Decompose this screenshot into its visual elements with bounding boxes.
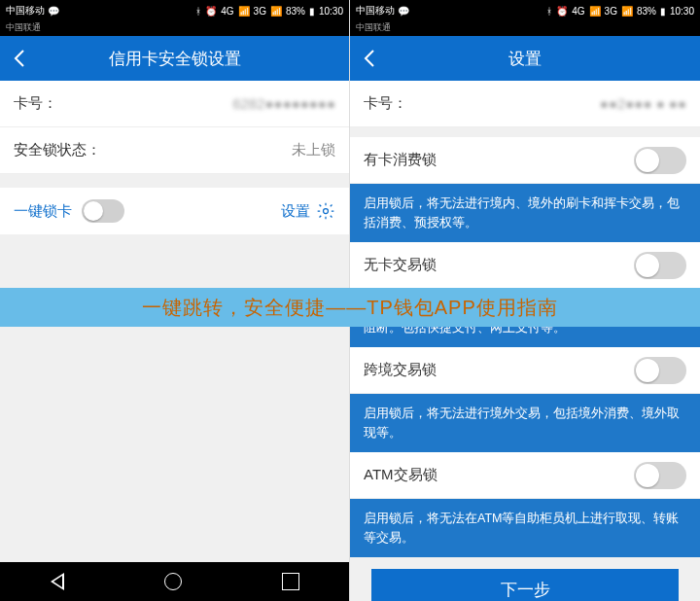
page-title: 设置	[508, 48, 542, 70]
nav-recent[interactable]	[282, 573, 299, 590]
section-hint: 启用锁后，将无法在ATM等自助柜员机上进行取现、转账等交易。	[350, 499, 700, 557]
carrier-label: 中国移动	[6, 4, 45, 18]
back-button[interactable]	[0, 36, 39, 81]
lock-status-row: 安全锁状态： 未上锁	[0, 127, 349, 174]
app-header: 信用卡安全锁设置	[0, 36, 349, 81]
card-number-row: 卡号： 6282●●●●●●●●	[0, 81, 349, 127]
section-gap	[350, 127, 700, 137]
overlay-banner: 一键跳转，安全便捷——TP钱包APP使用指南	[0, 288, 700, 327]
lock-toggle[interactable]	[634, 252, 686, 279]
one-click-lock-label: 一键锁卡	[14, 202, 72, 221]
section-gap	[0, 174, 349, 188]
wechat-icon: 💬	[398, 6, 409, 17]
section-hint: 启用锁后，将无法进行境内、境外的刷卡和挥卡交易，包括消费、预授权等。	[350, 184, 700, 242]
nav-back[interactable]	[51, 573, 64, 590]
signal-bars-icon: 📶	[270, 6, 282, 17]
card-value: 6282●●●●●●●●	[232, 95, 335, 112]
section-title: 无卡交易锁	[364, 256, 437, 274]
signal-3g: 3G	[605, 6, 617, 17]
app-header: 设置	[350, 36, 700, 81]
one-click-lock-toggle[interactable]	[82, 199, 124, 223]
settings-label: 设置	[281, 202, 310, 221]
lock-action-row: 一键锁卡 设置	[0, 188, 349, 234]
back-button[interactable]	[350, 36, 389, 81]
nav-home[interactable]	[164, 573, 182, 590]
lock-toggle[interactable]	[634, 147, 686, 174]
lock-section-crossborder: 跨境交易锁	[350, 347, 700, 394]
gear-icon	[316, 201, 335, 221]
android-navbar	[0, 562, 349, 601]
battery-icon: ▮	[309, 6, 315, 17]
lock-section-card-consume: 有卡消费锁	[350, 137, 700, 184]
lock-section-cardless: 无卡交易锁	[350, 242, 700, 289]
lock-status-label: 安全锁状态：	[14, 141, 101, 159]
clock: 10:30	[319, 6, 343, 17]
alarm-icon: ⏰	[556, 6, 568, 17]
lock-status-value: 未上锁	[292, 141, 335, 159]
card-label: 卡号：	[364, 94, 407, 113]
settings-button[interactable]: 设置	[281, 201, 335, 221]
card-value: ●●2●●● ● ●●	[600, 95, 686, 112]
section-title: 有卡消费锁	[364, 151, 437, 169]
battery-icon: ▮	[660, 6, 666, 17]
signal-bars-icon: 📶	[589, 6, 601, 17]
signal-bars-icon: 📶	[621, 6, 633, 17]
page-title: 信用卡安全锁设置	[109, 48, 241, 70]
bluetooth-icon: ᚼ	[195, 6, 201, 17]
statusbar: 中国移动 💬 ᚼ ⏰ 4G 📶 3G 📶 83% ▮ 10:30	[350, 0, 700, 21]
section-title: ATM交易锁	[364, 466, 438, 484]
alarm-icon: ⏰	[205, 6, 217, 17]
card-number-row: 卡号： ●●2●●● ● ●●	[350, 81, 700, 127]
section-title: 跨境交易锁	[364, 361, 437, 379]
lock-sections-list: 有卡消费锁 启用锁后，将无法进行境内、境外的刷卡和挥卡交易，包括消费、预授权等。…	[350, 137, 700, 601]
carrier2: 中国联通	[350, 21, 700, 36]
carrier2: 中国联通	[0, 21, 349, 36]
lock-section-atm: ATM交易锁	[350, 452, 700, 499]
card-label: 卡号：	[14, 94, 57, 113]
bluetooth-icon: ᚼ	[546, 6, 552, 17]
next-button[interactable]: 下一步	[371, 569, 679, 601]
signal-4g: 4G	[572, 6, 584, 17]
statusbar: 中国移动 💬 ᚼ ⏰ 4G 📶 3G 📶 83% ▮ 10:30	[0, 0, 349, 21]
carrier-label: 中国移动	[356, 4, 395, 18]
lock-toggle[interactable]	[634, 357, 686, 384]
clock: 10:30	[670, 6, 694, 17]
section-hint: 启用锁后，将无法进行境外交易，包括境外消费、境外取现等。	[350, 394, 700, 452]
svg-point-0	[324, 209, 329, 214]
battery-percent: 83%	[637, 6, 656, 17]
wechat-icon: 💬	[48, 6, 59, 17]
signal-4g: 4G	[221, 6, 233, 17]
battery-percent: 83%	[286, 6, 305, 17]
signal-3g: 3G	[254, 6, 266, 17]
lock-toggle[interactable]	[634, 462, 686, 489]
signal-bars-icon: 📶	[238, 6, 250, 17]
